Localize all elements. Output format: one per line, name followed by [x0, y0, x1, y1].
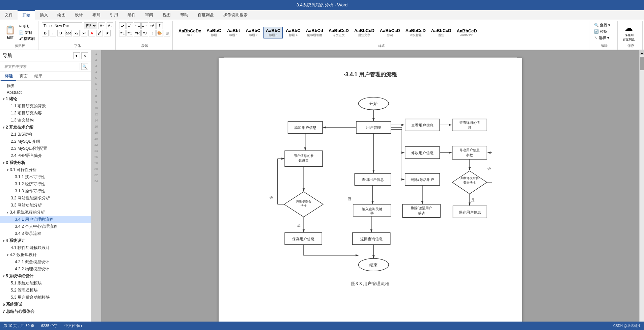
nav-item[interactable]: Abstract [0, 89, 91, 95]
ribbon-tab-布局[interactable]: 布局 [88, 10, 105, 20]
nav-item[interactable]: 3.2 网站性能需求分析 [0, 195, 91, 202]
nav-item[interactable]: ▾3.1 可行性分析 [0, 166, 91, 173]
nav-item[interactable]: 3.4.2 个人中心管理流程 [0, 223, 91, 230]
line-spacing-button[interactable]: ↕ [149, 30, 156, 36]
sort-button[interactable]: ↕A [149, 22, 156, 29]
style-item-标题 1[interactable]: AaBbt标题 1 [224, 27, 243, 38]
nav-tab-标题[interactable]: 标题 [1, 72, 16, 81]
scroll-thumb[interactable] [640, 57, 644, 70]
nav-item[interactable]: 1.1 项目研究的背景 [0, 103, 91, 110]
style-item-标题 3[interactable]: AaBbC标题 3 [263, 27, 283, 38]
nav-tab-结果[interactable]: 结果 [31, 72, 46, 81]
nav-item[interactable]: 2.1 B/S架构 [0, 131, 91, 138]
style-item-tu 2[interactable]: AaBbCcDctu 2 [176, 27, 203, 38]
ribbon-tab-插入[interactable]: 插入 [35, 10, 53, 20]
save-to-baidu-button[interactable]: ☁ 保存到百度网盘 [621, 22, 637, 43]
align-right-button[interactable]: ≡R [134, 30, 141, 36]
style-item-标题[interactable]: AaBbC标题 [204, 27, 223, 38]
style-item-标题 2[interactable]: AaBbC标题 2 [244, 27, 263, 38]
show-marks-button[interactable]: ¶ [156, 22, 163, 29]
find-button[interactable]: 🔍 查找 ▾ [593, 22, 612, 28]
strikethrough-button[interactable]: abc [65, 30, 72, 36]
font-family-input[interactable] [42, 22, 82, 29]
bullet-list-button[interactable]: ≡• [119, 22, 126, 29]
nav-item[interactable]: ▾3 系统分析 [0, 159, 91, 166]
nav-item[interactable]: 1.2 项目研究内容 [0, 110, 91, 117]
nav-search-input[interactable] [3, 63, 80, 70]
style-item-题注[interactable]: AaBbCcD题注 [429, 27, 454, 38]
nav-item[interactable]: 3.4.3 登录流程 [0, 230, 91, 237]
nav-item[interactable]: 3.4.1 用户管理的流程 [0, 216, 91, 223]
align-justify-button[interactable]: ≡J [141, 30, 148, 36]
nav-item[interactable]: 3.3 网站功能分析 [0, 202, 91, 209]
nav-close-button[interactable]: ✕ [81, 52, 88, 59]
nav-item[interactable]: 4.2.2 物理模型设计 [0, 266, 91, 273]
ribbon-tab-审阅[interactable]: 审阅 [140, 10, 158, 20]
nav-item[interactable]: 4.1 软件功能模块设计 [0, 244, 91, 251]
ribbon-tab-邮件[interactable]: 邮件 [123, 10, 140, 20]
font-shrink-button[interactable]: A↓ [107, 22, 113, 29]
align-center-button[interactable]: ≡C [127, 30, 133, 36]
right-scrollbar[interactable]: ▲ ▼ [639, 50, 644, 330]
nav-item[interactable]: ▾4 系统设计 [0, 237, 91, 244]
shading-button[interactable]: 🎨 [156, 30, 163, 36]
nav-item[interactable]: 6 系统测试 [0, 301, 91, 308]
cut-button[interactable]: ✂ 剪切 [18, 24, 36, 29]
ribbon-tab-操作说明搜索[interactable]: 操作说明搜索 [219, 10, 252, 20]
highlight-button[interactable]: 🖊 [96, 30, 103, 36]
underline-button[interactable]: U [57, 30, 64, 36]
nav-item[interactable]: 摘要 [0, 82, 91, 89]
superscript-button[interactable]: x² [81, 30, 87, 36]
italic-button[interactable]: I [50, 30, 56, 36]
nav-item[interactable]: 5.3 用户后台功能模块 [0, 294, 91, 301]
ribbon-tab-文件[interactable]: 文件 [0, 10, 18, 20]
text-color-button[interactable]: A [88, 30, 95, 36]
style-item-强调[interactable]: AaBbCcD强调 [377, 27, 402, 38]
subscript-button[interactable]: x₂ [73, 30, 80, 36]
bold-button[interactable]: B [42, 30, 49, 36]
indent-decrease-button[interactable]: ←≡ [134, 22, 141, 29]
nav-item[interactable]: 2.2 MySQL 介绍 [0, 138, 91, 145]
nav-item[interactable]: ▾2 开发技术介绍 [0, 124, 91, 131]
nav-item[interactable]: 4.2.1 概念模型设计 [0, 258, 91, 266]
nav-item[interactable]: 5.2 管理员模块 [0, 287, 91, 294]
indent-increase-button[interactable]: ≡→ [141, 22, 148, 29]
nav-item[interactable]: 3.1.2 经济可行性 [0, 181, 91, 188]
ribbon-tab-帮助[interactable]: 帮助 [175, 10, 193, 20]
nav-item[interactable]: 2.3 MySQL环境配置 [0, 145, 91, 152]
style-item-AaBbCcD[interactable]: AaBbCcDAaBbCcD [454, 27, 479, 38]
font-grow-button[interactable]: A↑ [99, 22, 105, 29]
nav-search-button[interactable]: 🔍 [81, 63, 88, 70]
format-painter-button[interactable]: 🖌 格式刷 [18, 36, 36, 42]
number-list-button[interactable]: ≡1 [127, 22, 133, 29]
ribbon-tab-百度网盘[interactable]: 百度网盘 [193, 10, 219, 20]
nav-item[interactable]: 3.1.1 技术可行性 [0, 173, 91, 181]
nav-item[interactable]: 2.4 PHP语言简介 [0, 152, 91, 159]
nav-tab-页面[interactable]: 页面 [16, 72, 31, 81]
copy-button[interactable]: 📄 复制 [18, 30, 36, 35]
scroll-track[interactable] [640, 55, 644, 327]
ribbon-tab-引用[interactable]: 引用 [105, 10, 123, 20]
nav-item[interactable]: ▾3.4 系统流程的分析 [0, 209, 91, 216]
nav-item[interactable]: 5.1 系统功能模块 [0, 280, 91, 287]
font-size-select[interactable]: 四号三号小四 [84, 22, 97, 29]
scroll-up-button[interactable]: ▲ [640, 50, 644, 55]
ribbon-tab-开始[interactable]: 开始 [18, 10, 35, 20]
style-item-四级标题[interactable]: AaBbCcD四级标题 [403, 27, 428, 38]
style-item-论文正文[interactable]: AaBbCcD论文正文 [326, 27, 351, 38]
doc-area[interactable]: -8 -6 -4 -2 0 2 4 6 8 10 12 14 16 18 20 … [101, 50, 639, 330]
ribbon-tab-绘图[interactable]: 绘图 [53, 10, 70, 20]
nav-item[interactable]: 1.3 论文结构 [0, 117, 91, 124]
nav-item[interactable]: ▾5 系统详细设计 [0, 273, 91, 280]
borders-button[interactable]: ⊞ [164, 30, 170, 36]
nav-toggle-button[interactable]: ▾ [73, 52, 80, 59]
nav-item[interactable]: 7 总结与心得体会 [0, 308, 91, 315]
style-item-批注文字[interactable]: AaBbCcD批注文字 [352, 27, 377, 38]
ribbon-tab-设计[interactable]: 设计 [70, 10, 88, 20]
clear-format-button[interactable]: ✘ [104, 30, 111, 36]
nav-item[interactable]: ▾1 绪论 [0, 95, 91, 103]
style-item-副标题引用[interactable]: AaBbCd副标题引用 [304, 27, 326, 38]
replace-button[interactable]: 🔄 替换 [593, 29, 609, 34]
ribbon-tab-视图[interactable]: 视图 [158, 10, 175, 20]
style-item-标题 4[interactable]: AaBbC标题 4 [283, 27, 303, 38]
